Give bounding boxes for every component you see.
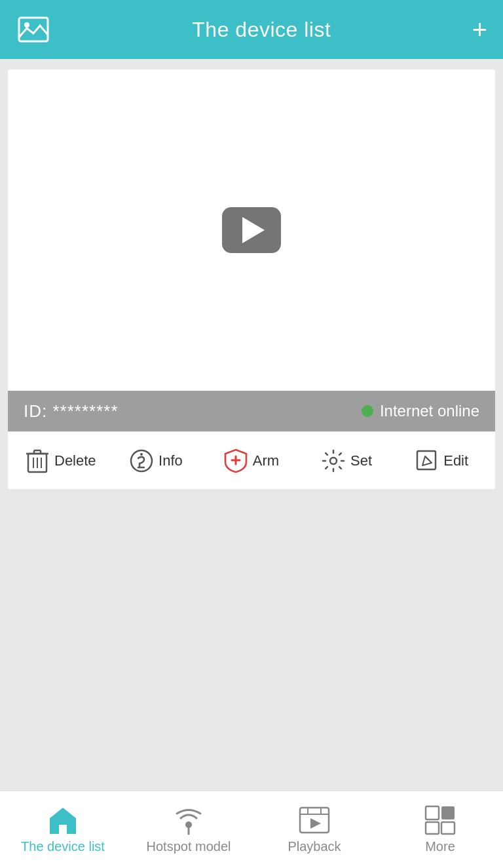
edit-button[interactable]: Edit xyxy=(394,450,490,472)
nav-more[interactable]: More xyxy=(377,805,503,854)
shield-icon xyxy=(224,448,248,473)
nav-playback-label: Playback xyxy=(288,839,341,854)
play-triangle-icon xyxy=(242,217,265,243)
video-preview[interactable] xyxy=(8,69,495,391)
bottom-nav: The device list Hotspot model Playback xyxy=(0,791,503,868)
svg-point-1 xyxy=(24,22,29,28)
info-icon xyxy=(130,449,153,473)
svg-rect-26 xyxy=(441,806,455,819)
device-status-bar: ID: ********* Internet online xyxy=(8,391,495,431)
edit-label: Edit xyxy=(443,452,468,469)
info-label: Info xyxy=(158,452,183,469)
info-button[interactable]: Info xyxy=(109,449,204,473)
svg-point-15 xyxy=(330,458,337,464)
home-icon xyxy=(47,805,79,835)
nav-hotspot[interactable]: Hotspot model xyxy=(126,805,252,854)
svg-rect-25 xyxy=(426,806,439,819)
page-title: The device list xyxy=(192,18,331,42)
online-dot-icon xyxy=(362,405,373,417)
more-icon xyxy=(424,805,456,835)
main-content: ID: ********* Internet online xyxy=(0,69,503,489)
nav-more-label: More xyxy=(425,839,455,854)
actions-row: Delete Info xyxy=(8,431,495,489)
nav-hotspot-label: Hotspot model xyxy=(147,839,231,854)
svg-point-11 xyxy=(140,453,143,456)
online-status: Internet online xyxy=(362,402,479,420)
svg-line-17 xyxy=(425,456,429,460)
edit-icon xyxy=(416,450,438,472)
playback-icon xyxy=(299,805,330,835)
nav-device-list[interactable]: The device list xyxy=(0,805,126,854)
nav-device-list-label: The device list xyxy=(21,839,105,854)
add-device-button[interactable]: + xyxy=(472,16,487,43)
device-card: ID: ********* Internet online xyxy=(8,69,495,489)
set-button[interactable]: Set xyxy=(299,449,395,473)
device-id: ID: ********* xyxy=(24,401,119,422)
arm-label: Arm xyxy=(253,452,279,469)
svg-rect-27 xyxy=(426,822,439,834)
nav-playback[interactable]: Playback xyxy=(252,805,377,854)
settings-icon xyxy=(322,449,345,473)
online-text: Internet online xyxy=(380,402,479,420)
trash-icon xyxy=(26,448,49,473)
gallery-icon xyxy=(16,12,51,47)
svg-rect-28 xyxy=(441,822,455,834)
play-button[interactable] xyxy=(222,207,281,253)
app-header: The device list + xyxy=(0,0,503,59)
hotspot-icon xyxy=(173,805,204,835)
set-label: Set xyxy=(350,452,372,469)
svg-marker-24 xyxy=(310,818,321,829)
arm-button[interactable]: Arm xyxy=(204,448,299,473)
svg-rect-16 xyxy=(417,451,436,469)
delete-label: Delete xyxy=(54,452,96,469)
delete-button[interactable]: Delete xyxy=(13,448,109,473)
